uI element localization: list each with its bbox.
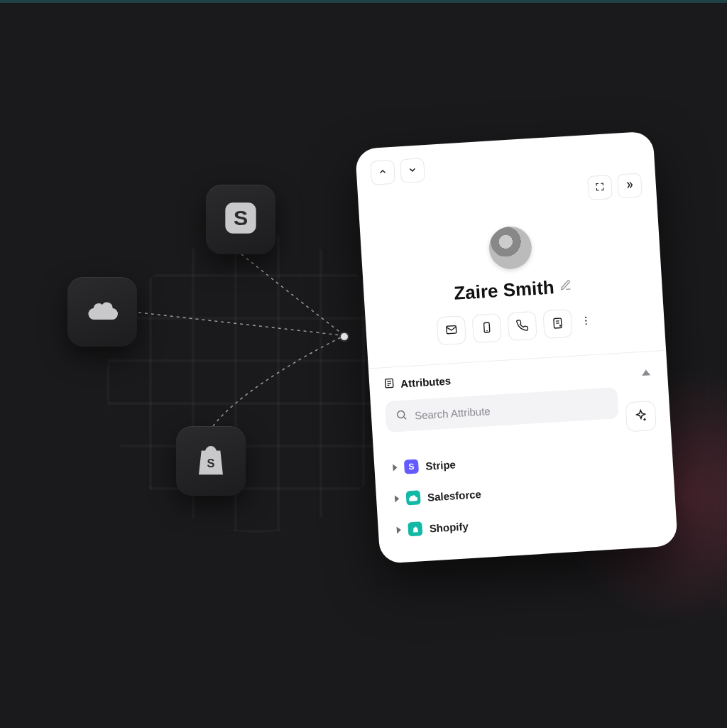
email-button[interactable] [437, 315, 466, 345]
integration-tile-shopify[interactable]: S [176, 426, 246, 496]
shopify-badge-icon [408, 521, 422, 536]
svg-point-10 [585, 320, 586, 321]
triangle-right-icon [395, 495, 400, 502]
chevrons-right-icon [624, 180, 635, 192]
triangle-right-icon [397, 526, 402, 533]
letter-s-icon: S [222, 200, 259, 239]
note-button[interactable] [542, 309, 572, 339]
collapse-button[interactable] [617, 173, 643, 198]
add-attribute-button[interactable] [625, 401, 656, 432]
pencil-icon[interactable] [559, 279, 572, 295]
stripe-badge-icon: S [404, 459, 419, 474]
triangle-right-icon [393, 464, 398, 471]
note-add-icon [551, 316, 564, 332]
search-attribute-input[interactable] [415, 397, 609, 421]
integration-tile-salesforce[interactable] [67, 277, 137, 347]
next-button[interactable] [400, 158, 425, 183]
shopping-bag-icon: S [192, 441, 229, 481]
form-icon [383, 377, 395, 391]
svg-text:S: S [234, 206, 248, 229]
expand-button[interactable] [587, 175, 613, 200]
chevron-up-icon [378, 166, 388, 179]
svg-point-16 [397, 411, 405, 418]
mobile-button[interactable] [472, 313, 502, 343]
decorative-globe-grid [106, 234, 405, 533]
sparkle-plus-icon [633, 408, 648, 425]
svg-line-17 [404, 417, 406, 419]
expand-icon [594, 181, 605, 194]
more-vertical-icon [580, 315, 592, 330]
prev-button[interactable] [370, 160, 395, 185]
chevron-down-icon [407, 164, 417, 177]
more-button[interactable] [578, 309, 594, 335]
search-attribute-field[interactable] [385, 387, 619, 433]
svg-text:S: S [207, 457, 215, 469]
salesforce-badge-icon [406, 490, 421, 505]
connection-endpoint-dot [341, 333, 348, 340]
contact-card: Zaire Smith [355, 131, 678, 564]
smartphone-icon [480, 320, 493, 336]
attribute-label: Stripe [425, 458, 456, 472]
cloud-icon [84, 292, 121, 332]
attribute-label: Shopify [429, 520, 469, 534]
search-icon [395, 408, 408, 424]
window-top-border [0, 0, 727, 3]
svg-point-11 [586, 323, 587, 325]
svg-point-9 [585, 317, 586, 318]
mail-icon [444, 322, 458, 338]
triangle-up-icon [642, 369, 650, 376]
avatar [488, 225, 533, 271]
call-button[interactable] [507, 311, 537, 341]
phone-icon [515, 318, 529, 334]
contact-name: Zaire Smith [453, 276, 554, 305]
attribute-label: Salesforce [427, 488, 482, 504]
integration-tile-stripe[interactable]: S [206, 185, 275, 254]
